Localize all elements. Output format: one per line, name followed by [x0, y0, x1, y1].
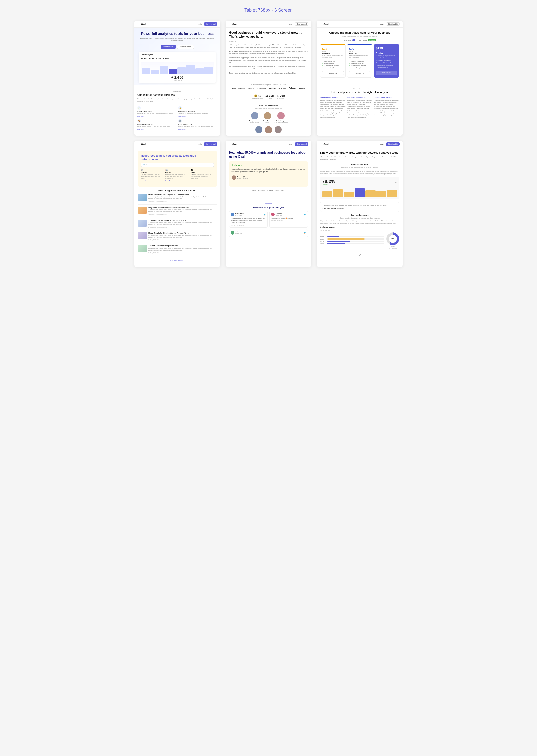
guides-icon: 📖	[165, 169, 188, 171]
bar-5	[365, 190, 376, 198]
hero-cta-btn[interactable]: Start free trial	[161, 45, 176, 49]
nav-cta-3[interactable]: Start free trial	[386, 22, 400, 26]
article-3: 13 Newsletters You'll Want in Your Inbox…	[138, 220, 217, 230]
feature-s3: ✓All components included	[322, 65, 344, 67]
bar-7	[387, 190, 397, 198]
pricing-standard: $23 /month Standard All the basics for b…	[320, 44, 346, 77]
nav-cta-5[interactable]: Start free trial	[295, 143, 309, 146]
article-2-meta: 24 May 2020 · Entrepreneurship	[148, 214, 217, 215]
feature-1-link[interactable]: Learn More	[137, 115, 145, 117]
chart-percent: 78.2%	[322, 179, 335, 184]
feature-p4: ✓Advanced insight	[376, 67, 397, 68]
see-more-link[interactable]: See more articles ›	[138, 258, 217, 264]
plan-btn-standard[interactable]: Start free trial	[322, 71, 344, 75]
hamburger-4[interactable]	[137, 143, 140, 145]
accuracy-detail: Aliquam ut justo fringilla, porta lectus…	[320, 220, 399, 224]
tweet-2-user: Allen Soto @len · 2020	[276, 213, 282, 216]
nav-cta-2[interactable]: Start free trial	[295, 22, 309, 26]
hamburger-icon[interactable]	[137, 23, 140, 25]
help-col-essentials: Essentials is for you if... Curabitur se…	[347, 96, 372, 118]
help-col-standard: Standart is for you if... Quisque aliqua…	[320, 96, 346, 118]
pricing-sub: 30-day free trial, cancel any time. No c…	[320, 35, 399, 37]
blog-section: Resources to help you grow as a creative…	[134, 148, 221, 267]
donut-sub: 18-24 years old	[387, 247, 399, 249]
feature-e4: ✓Advanced insight	[349, 67, 371, 69]
tweet-1: Lucas Bowen @lb · 2020 🐦 @Oval I love us…	[229, 211, 268, 228]
stat-2: 2.456	[149, 57, 154, 60]
nav-login-6[interactable]: Login	[380, 143, 384, 145]
next-arrow[interactable]: ›	[305, 181, 305, 184]
age-bar-wrap-4	[327, 243, 385, 244]
cat-2-desc: Everything you need to know to create yo…	[165, 173, 188, 179]
exec-2-role: President	[263, 122, 271, 123]
hamburger-6[interactable]	[320, 143, 322, 145]
feature-4-link[interactable]: Learn More	[178, 128, 186, 130]
article-3-desc: Aliquam ut justo fringilla, porta lectus…	[148, 222, 217, 226]
accuracy-section: Easy and accutare Create reports with an…	[320, 214, 399, 249]
testimonial-card: ✦ shopify I received great customer serv…	[229, 161, 308, 187]
screen-6: Oval Login Start free trial Know your co…	[316, 141, 403, 267]
nav-login-2[interactable]: Login	[289, 23, 293, 25]
search-icon: 🔍	[143, 164, 145, 166]
tweet-1-header: Lucas Bowen @lb · 2020 🐦	[231, 213, 266, 216]
article-3-title: 13 Newsletters You'll Want in Your Inbox…	[148, 220, 217, 221]
tweet-1-handle: @lb · 2020	[235, 214, 244, 216]
cat-1-link[interactable]: Learn More	[141, 180, 148, 182]
about-p2: We've always aimed to do things a little…	[229, 50, 308, 55]
tweet-3-avatar	[231, 231, 234, 235]
bar-3	[344, 192, 354, 198]
plan-btn-premium[interactable]: Start free trial	[376, 71, 397, 75]
hamburger-3[interactable]	[320, 23, 322, 25]
prev-arrow[interactable]: ‹	[232, 181, 232, 184]
article-5-thumb	[138, 245, 147, 252]
article-1-desc: Aliquam ut justo fringilla, porta lectus…	[148, 196, 217, 200]
period-premium: /month	[376, 50, 397, 52]
exec-6-avatar	[274, 126, 282, 133]
tweets-row2: Amir @amir · 12 🐦	[229, 229, 308, 237]
cat-3-link[interactable]: Learn More	[191, 180, 198, 182]
nav-login-3[interactable]: Login	[380, 23, 384, 25]
nav-login-4[interactable]: Login	[197, 143, 202, 145]
article-2-title: Why social commerce will rule social med…	[148, 206, 217, 208]
testimonial-brands: slack HubSpot shopify ServiceTitan	[229, 189, 308, 191]
exec-2: Steve Parker President	[263, 112, 271, 123]
features-label: — Features	[137, 91, 217, 92]
stat-1: 86.5%	[141, 57, 147, 60]
toggle-switch[interactable]	[352, 39, 357, 41]
testimonial-text: I received great customer service from t…	[232, 168, 306, 173]
big-number-sub: + 1.283 /month	[141, 79, 214, 81]
cat-2-link[interactable]: Learn More	[165, 180, 172, 182]
nav-cta-4[interactable]: Start free trial	[204, 143, 217, 146]
nav-cta-1[interactable]: Start free trial	[204, 22, 217, 26]
audience-title: Audience by Age	[320, 226, 399, 228]
tools-icon: 🛠	[191, 169, 214, 171]
article-2: Why social commerce will rule social med…	[138, 206, 217, 217]
feature-3-desc: Get a powerful analytics tool in your ow…	[137, 126, 176, 128]
age-row-1: 13-17	[320, 236, 385, 238]
chart-percent-wrap: 78.2% + 20.61%	[322, 179, 335, 186]
nav-login-1[interactable]: Login	[197, 23, 202, 25]
tweet-3: Amir @amir · 12 🐦	[229, 229, 308, 237]
hamburger-2[interactable]	[228, 23, 231, 25]
tweet-1-meta: 5:54 PM · Oct 10, 2018	[231, 224, 266, 226]
age-bar-wrap-2	[327, 238, 385, 240]
analyze-icon: 📊	[137, 106, 141, 110]
hero-demo-btn[interactable]: View live demo	[177, 45, 194, 49]
hamburger-5[interactable]	[228, 143, 231, 145]
feature-2-link[interactable]: Learn More	[178, 115, 186, 117]
feature-3-link[interactable]: Learn More	[137, 128, 145, 130]
plan-btn-essentials[interactable]: Start free trial	[349, 71, 371, 75]
plan-desc-premium: For the best for businesses that we are …	[376, 55, 397, 58]
nav-cta-6[interactable]: Start free trial	[386, 143, 400, 146]
plan-name-standard: Standard	[322, 53, 344, 55]
search-input[interactable]: Search articles...	[146, 164, 212, 166]
donut-inner: 60%	[389, 235, 397, 243]
navbar-left-2: Oval	[228, 23, 237, 25]
nav-login-5[interactable]: Login	[289, 143, 293, 145]
exec-6	[274, 126, 282, 134]
billing-annually: Bill Annually	[358, 39, 367, 41]
tweet-2-text: New @Oval for web is 🔥 #ovalove	[271, 217, 306, 219]
audience-subtitle: Nov '17 - Apr '13	[320, 229, 399, 231]
navbar-2: Oval Login Start free trial	[226, 21, 312, 28]
age-bar-4	[327, 243, 345, 244]
